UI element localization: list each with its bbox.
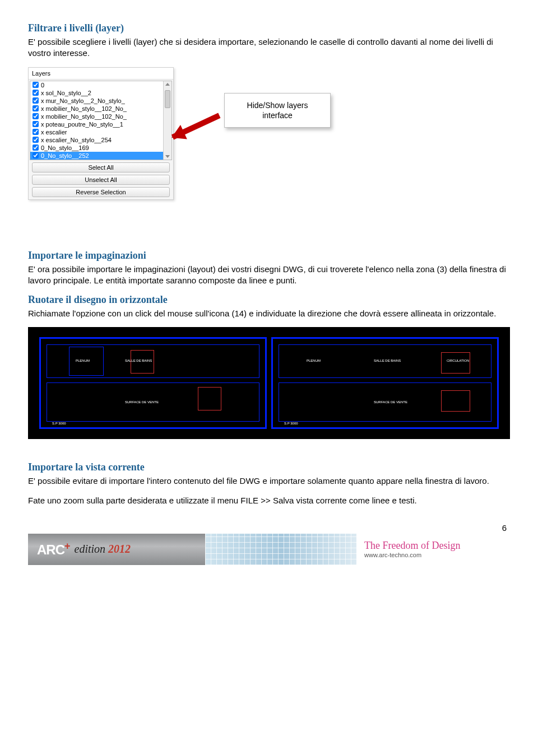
page-number: 6	[28, 523, 510, 533]
layers-panel-screenshot: Layers 0x sol_No_stylo__2x mur_No_stylo_…	[28, 67, 353, 235]
layer-name: x mobilier_No_stylo__102_No_	[41, 113, 127, 120]
layer-checkbox[interactable]	[33, 121, 39, 127]
callout-box: Hide/Show layers interface	[224, 93, 331, 128]
layers-list: 0x sol_No_stylo__2x mur_No_stylo__2_No_s…	[30, 81, 172, 160]
section-body-rotate: Richiamate l'opzione con un click del mo…	[28, 308, 510, 319]
layer-row[interactable]: x poteau_poutre_No_stylo__1	[30, 120, 171, 128]
cad-label: PLENUM	[307, 359, 321, 362]
section-heading-rotate: Ruotare il disegno in orizzontale	[28, 294, 510, 306]
layer-name: x mur_No_stylo__2_No_stylo_	[41, 97, 125, 104]
layers-panel-title: Layers	[29, 68, 173, 80]
cad-label: PLENUM	[76, 359, 90, 362]
footer-banner: ARC+ edition 2012 The Freedom of Design …	[28, 534, 510, 565]
section-heading-import-layouts: Importare le impaginazioni	[28, 250, 510, 262]
select-all-button[interactable]: Select All	[32, 162, 170, 172]
callout-arrow-icon	[171, 113, 221, 139]
layer-name: x sol_No_stylo__2	[41, 90, 91, 96]
layer-row[interactable]: 0_No_stylo__252	[30, 152, 171, 160]
layer-row[interactable]: 0	[30, 81, 171, 89]
layer-row[interactable]: x mur_No_stylo__2_No_stylo_	[30, 97, 171, 105]
edition-year: 2012	[108, 543, 131, 555]
layer-row[interactable]: x sol_No_stylo__2	[30, 89, 171, 97]
layer-row[interactable]: 0_No_stylo__169	[30, 144, 171, 152]
edition-word: edition	[75, 543, 109, 555]
section-heading-import-view: Importare la vista corrente	[28, 461, 510, 473]
cad-label: SURFACE DE VENTE	[374, 400, 407, 404]
layer-name: 0	[41, 82, 44, 88]
page-footer: 6 ARC+ edition 2012 The Freedom of Desig…	[28, 523, 510, 567]
section-body-filter-layers: E' possibile scegliere i livelli (layer)…	[28, 36, 510, 59]
layer-checkbox[interactable]	[33, 152, 39, 158]
arc-logo: ARC+	[37, 540, 70, 558]
section-body-import-view-2: Fate uno zoom sulla parte desiderata e u…	[28, 495, 510, 506]
layer-name: x mobilier_No_stylo__102_No_	[41, 105, 127, 112]
cad-label: SURFACE DE VENTE	[125, 400, 159, 404]
layer-row[interactable]: x escalier_No_stylo__254	[30, 136, 171, 144]
layer-name: x escalier	[41, 129, 67, 136]
section-body-import-view-1: E' possibile evitare di importare l'inte…	[28, 475, 510, 487]
cad-label: CIRCULATION	[447, 359, 469, 362]
layer-checkbox[interactable]	[33, 137, 39, 143]
layer-checkbox[interactable]	[33, 82, 39, 88]
layer-checkbox[interactable]	[33, 90, 39, 96]
layer-checkbox[interactable]	[33, 129, 39, 135]
banner-graphic	[205, 534, 356, 565]
layer-checkbox[interactable]	[33, 113, 39, 119]
cad-label: S.P 3000	[284, 422, 298, 425]
layer-row[interactable]: x mobilier_No_stylo__102_No_	[30, 105, 171, 113]
layer-row[interactable]: x mobilier_No_stylo__102_No_	[30, 113, 171, 120]
layer-row[interactable]: 0_No_stylo__27	[30, 160, 171, 160]
layer-name: 0_No_stylo__252	[41, 152, 89, 159]
scrollbar[interactable]	[163, 81, 171, 160]
reverse-selection-button[interactable]: Reverse Selection	[32, 187, 170, 197]
layers-panel: Layers 0x sol_No_stylo__2x mur_No_stylo_…	[28, 67, 174, 200]
footer-url: www.arc-techno.com	[364, 552, 421, 558]
slogan: The Freedom of Design	[364, 540, 460, 552]
section-heading-filter-layers: Filtrare i livelli (layer)	[28, 22, 510, 34]
layer-checkbox[interactable]	[33, 144, 39, 151]
unselect-all-button[interactable]: Unselect All	[32, 175, 170, 185]
arc-logo-text: ARC	[37, 542, 64, 557]
layer-checkbox[interactable]	[33, 97, 39, 104]
layer-name: 0_No_stylo__169	[41, 144, 89, 151]
cad-label: SALLE DE BAINS	[374, 359, 401, 362]
layer-name: x poteau_poutre_No_stylo__1	[41, 121, 123, 128]
layer-name: x escalier_No_stylo__254	[41, 137, 112, 143]
cad-drawing: PLENUM SALLE DE BAINS SURFACE DE VENTE S…	[28, 327, 510, 439]
edition-label: edition 2012	[75, 543, 131, 556]
cad-label: SALLE DE BAINS	[125, 359, 152, 362]
cad-label: S.P 3000	[52, 422, 66, 425]
layer-row[interactable]: x escalier	[30, 128, 171, 136]
section-body-import-layouts: E' ora possibile importare le impaginazi…	[28, 264, 510, 287]
layer-checkbox[interactable]	[33, 105, 39, 111]
arc-logo-plus-icon: +	[64, 540, 70, 552]
